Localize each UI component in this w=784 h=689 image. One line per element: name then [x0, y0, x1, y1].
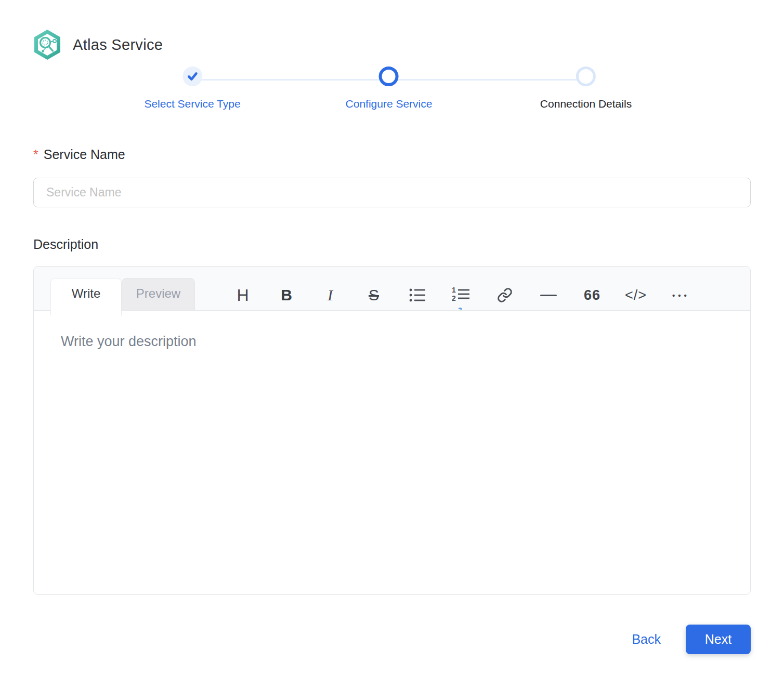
page-title: Atlas Service — [73, 36, 163, 54]
description-editor: Write Preview 3 H B I S — [33, 266, 751, 595]
more-button[interactable]: ••• — [658, 280, 701, 310]
service-name-input[interactable] — [33, 178, 751, 207]
code-button[interactable]: </> — [614, 280, 658, 310]
editor-toolbar: Write Preview 3 H B I S — [34, 267, 750, 311]
ordered-list-icon: 1 2 — [452, 287, 471, 303]
step-configure-service[interactable]: Configure Service — [346, 67, 433, 110]
next-button[interactable]: Next — [686, 625, 751, 654]
step-completed-circle — [182, 67, 202, 86]
italic-icon: I — [328, 286, 333, 304]
header: Atlas Service — [33, 29, 163, 60]
step-label: Select Service Type — [144, 98, 240, 110]
step-select-service-type[interactable]: Select Service Type — [144, 67, 240, 110]
stepper: Select Service Type Configure Service Co… — [0, 67, 784, 124]
step-pending-circle — [576, 67, 596, 86]
description-textarea[interactable] — [34, 311, 750, 594]
step-label: Connection Details — [540, 98, 632, 110]
svg-text:1: 1 — [452, 287, 456, 294]
horizontal-rule-icon — [540, 295, 557, 296]
editor-body — [34, 311, 750, 594]
required-asterisk: * — [33, 147, 38, 162]
back-button[interactable]: Back — [632, 632, 661, 647]
tab-write[interactable]: Write — [50, 278, 122, 315]
link-button[interactable] — [483, 280, 527, 310]
step-label: Configure Service — [346, 98, 433, 110]
quote-icon: 66 — [584, 287, 600, 303]
bold-button[interactable]: B — [265, 280, 308, 310]
toolbar-icons: H B I S — [221, 280, 701, 310]
heading-icon: H — [237, 286, 249, 305]
check-icon — [186, 70, 199, 83]
description-label: Description — [33, 237, 98, 252]
quote-button[interactable]: 66 — [570, 280, 614, 310]
italic-button[interactable]: I — [308, 280, 352, 310]
service-name-label: *Service Name — [33, 147, 125, 162]
step-connection-details[interactable]: Connection Details — [540, 67, 632, 110]
horizontal-rule-button[interactable] — [527, 280, 570, 310]
tab-preview[interactable]: Preview — [122, 278, 195, 310]
step-active-circle — [379, 67, 399, 86]
service-name-label-text: Service Name — [44, 147, 125, 162]
bold-icon: B — [281, 286, 292, 304]
atlas-logo-icon — [33, 29, 61, 60]
strikethrough-button[interactable]: S — [352, 280, 396, 310]
heading-button[interactable]: H — [221, 280, 265, 310]
more-ellipsis-icon: ••• — [669, 291, 690, 300]
ordered-list-button[interactable]: 1 2 — [439, 280, 483, 310]
link-icon — [497, 287, 513, 303]
unordered-list-icon — [409, 287, 426, 303]
footer-actions: Back Next — [632, 625, 751, 654]
code-icon: </> — [625, 287, 647, 303]
svg-text:2: 2 — [452, 294, 456, 302]
strikethrough-icon: S — [369, 286, 379, 304]
unordered-list-button[interactable] — [396, 280, 439, 310]
configure-service-page: Atlas Service Select Service Type Config… — [0, 0, 784, 689]
